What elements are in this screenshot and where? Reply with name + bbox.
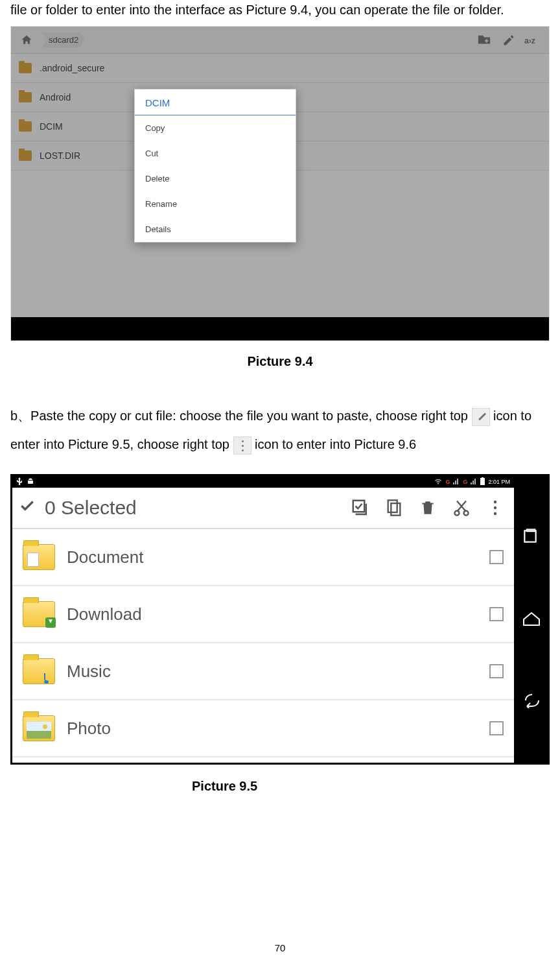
folder-icon [19,63,32,73]
android-debug-icon [27,477,34,486]
svg-rect-4 [388,500,397,512]
file-manager-toolbar: sdcard2 a›z [11,27,549,54]
usb-icon [16,477,23,486]
system-nav-bar [514,476,548,763]
home-nav-icon[interactable] [522,610,540,628]
folder-label: LOST.DIR [40,150,80,161]
folder-label: Photo [67,719,111,739]
status-time: 2:01 PM [488,479,510,485]
context-menu-item-copy[interactable]: Copy [135,115,296,141]
folder-music-icon [23,658,55,684]
folder-document-icon [23,544,55,570]
folder-label: DCIM [40,121,63,132]
selection-checkbox[interactable] [489,664,504,678]
signal-g-1: G [445,479,450,485]
svg-rect-3 [353,501,365,512]
folder-download-icon [23,601,55,627]
done-check-icon[interactable] [19,497,36,519]
folder-label: Download [67,604,142,625]
delete-icon[interactable] [415,495,440,520]
list-item[interactable]: Music [12,643,514,700]
svg-rect-2 [482,477,484,478]
folder-photo-icon [23,715,55,741]
folder-list: Document Download Music Photo [12,529,514,763]
selection-checkbox[interactable] [489,607,504,621]
sort-az-icon[interactable]: a›z [524,31,542,49]
folder-label: Document [67,547,144,567]
context-menu: DCIM Copy Cut Delete Rename Details [134,89,296,243]
context-menu-item-delete[interactable]: Delete [135,166,296,191]
overflow-menu-icon[interactable] [483,495,508,520]
recent-apps-icon[interactable] [522,528,540,546]
text-fragment: b、Paste the copy or cut file: choose the… [10,409,472,423]
folder-label: Android [40,92,71,102]
svg-point-7 [464,511,469,516]
svg-point-9 [494,506,496,509]
paragraph-b: b、Paste the copy or cut file: choose the… [10,401,550,459]
svg-point-8 [494,501,496,503]
svg-rect-11 [524,530,535,542]
wifi-icon [434,478,442,486]
folder-icon [19,150,32,161]
overflow-menu-icon [233,436,251,455]
svg-point-10 [494,512,496,515]
selected-count-label: 0 Selected [45,497,137,519]
list-item[interactable]: Document [12,529,514,586]
folder-label: .android_secure [40,63,104,73]
list-item[interactable]: .android_secure [11,54,549,83]
copy-icon[interactable] [382,495,406,520]
caption-picture-9-5: Picture 9.5 [192,779,550,794]
screenshot-picture-9-5: G G 2:01 PM 0 [10,474,550,765]
system-nav-bar [11,317,549,340]
select-all-icon[interactable] [348,495,373,520]
folder-icon [19,92,32,102]
svg-rect-5 [391,503,400,516]
battery-icon [480,477,485,486]
screenshot-picture-9-4: sdcard2 a›z .android_secure Android [10,26,550,341]
selection-checkbox[interactable] [489,550,504,564]
home-icon[interactable] [18,31,36,49]
breadcrumb[interactable]: sdcard2 [42,32,85,47]
status-bar: G G 2:01 PM [12,476,514,488]
signal-icon-1 [453,478,460,486]
svg-text:a›z: a›z [524,36,535,45]
cut-icon[interactable] [449,495,474,520]
new-folder-icon[interactable] [475,31,493,49]
svg-point-6 [455,511,460,516]
intro-text: file or folder to enter into the interfa… [10,0,550,19]
pencil-icon [472,408,490,426]
svg-rect-1 [480,478,485,485]
caption-picture-9-4: Picture 9.4 [10,354,550,369]
selection-action-bar: 0 Selected [12,488,514,529]
list-item[interactable]: Photo [12,700,514,757]
context-menu-item-rename[interactable]: Rename [135,191,296,217]
folder-icon [19,121,32,132]
page-number: 70 [0,942,560,953]
edit-icon[interactable] [500,31,518,49]
context-menu-title: DCIM [135,89,296,115]
text-fragment: icon to enter into Picture 9.6 [255,437,416,451]
list-item[interactable]: Download [12,586,514,643]
back-nav-icon[interactable] [522,693,540,711]
signal-g-2: G [463,479,467,485]
context-menu-item-details[interactable]: Details [135,217,296,242]
folder-label: Music [67,661,111,682]
signal-icon-2 [471,478,477,486]
selection-checkbox[interactable] [489,721,504,735]
context-menu-item-cut[interactable]: Cut [135,141,296,166]
